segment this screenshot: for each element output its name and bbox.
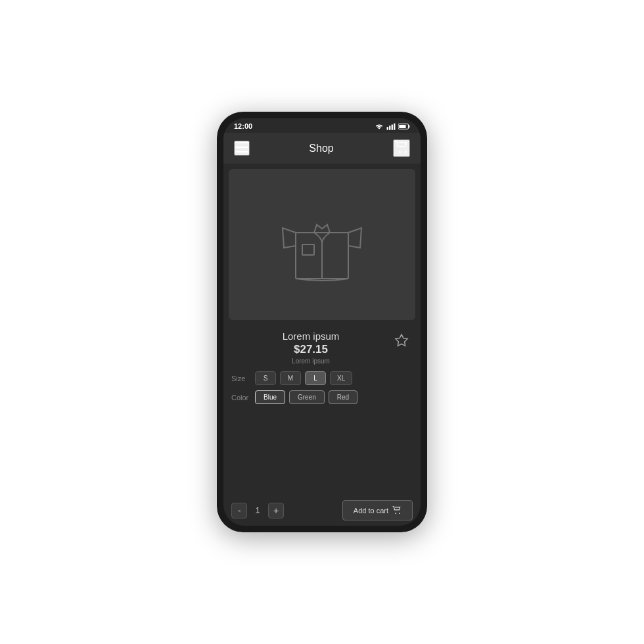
- color-blue-button[interactable]: Blue: [255, 390, 285, 404]
- phone-screen: 12:00: [223, 118, 421, 526]
- status-bar: 12:00: [223, 118, 421, 133]
- add-to-cart-label: Add to cart: [354, 507, 388, 515]
- header-title: Shop: [309, 143, 333, 154]
- product-name: Lorem ipsum: [234, 331, 388, 342]
- status-time: 12:00: [234, 122, 252, 130]
- size-s-button[interactable]: S: [255, 371, 276, 385]
- product-description: Lorem ipsum: [234, 357, 388, 365]
- size-l-button[interactable]: L: [305, 371, 326, 385]
- cart-header-button[interactable]: [393, 139, 410, 157]
- product-text: Lorem ipsum $27.15 Lorem ipsum: [234, 331, 388, 365]
- add-to-cart-button[interactable]: Add to cart: [342, 500, 413, 520]
- cart-header-icon: [394, 141, 409, 154]
- svg-point-17: [399, 513, 400, 514]
- wishlist-star-icon: [394, 333, 409, 348]
- bottom-row: - 1 + Add to cart: [223, 496, 421, 526]
- quantity-value: 1: [252, 505, 263, 515]
- header: Shop: [223, 133, 421, 164]
- signal-icon: [386, 123, 396, 130]
- menu-button[interactable]: [234, 141, 250, 156]
- svg-marker-15: [396, 334, 407, 346]
- phone-device: 12:00: [217, 112, 427, 532]
- svg-rect-7: [235, 142, 248, 143]
- svg-point-11: [405, 151, 407, 153]
- quantity-increment-button[interactable]: +: [268, 503, 284, 518]
- color-buttons: Blue Green Red: [255, 390, 357, 404]
- quantity-decrement-button[interactable]: -: [231, 503, 247, 518]
- product-info: Lorem ipsum $27.15 Lorem ipsum: [223, 325, 421, 367]
- svg-rect-5: [399, 124, 405, 127]
- color-label: Color: [231, 394, 255, 402]
- size-m-button[interactable]: M: [280, 371, 301, 385]
- hamburger-icon: [235, 142, 248, 152]
- svg-rect-9: [235, 151, 248, 152]
- svg-rect-3: [394, 123, 395, 129]
- size-xl-button[interactable]: XL: [330, 371, 352, 385]
- svg-rect-1: [389, 126, 390, 129]
- color-option-row: Color Blue Green Red: [231, 390, 413, 404]
- size-label: Size: [231, 375, 255, 382]
- product-price: $27.15: [234, 343, 388, 356]
- wishlist-button[interactable]: [393, 332, 410, 351]
- svg-rect-14: [302, 244, 314, 255]
- svg-point-16: [395, 513, 396, 514]
- battery-icon: [398, 123, 410, 130]
- size-buttons: S M L XL: [255, 371, 352, 385]
- status-icons: [375, 123, 410, 130]
- product-shirt-image: [269, 192, 375, 297]
- add-to-cart-icon: [392, 506, 402, 515]
- product-image-area: [229, 169, 415, 320]
- svg-rect-8: [235, 147, 248, 148]
- options-section: Size S M L XL Color Blue Green Red: [223, 367, 421, 413]
- color-green-button[interactable]: Green: [289, 390, 325, 404]
- wifi-icon: [375, 123, 384, 130]
- svg-rect-6: [408, 125, 409, 127]
- svg-point-10: [399, 151, 401, 153]
- svg-rect-2: [392, 124, 393, 129]
- color-red-button[interactable]: Red: [329, 390, 357, 404]
- size-option-row: Size S M L XL: [231, 371, 413, 385]
- quantity-control: - 1 +: [231, 503, 284, 518]
- svg-rect-0: [387, 127, 388, 130]
